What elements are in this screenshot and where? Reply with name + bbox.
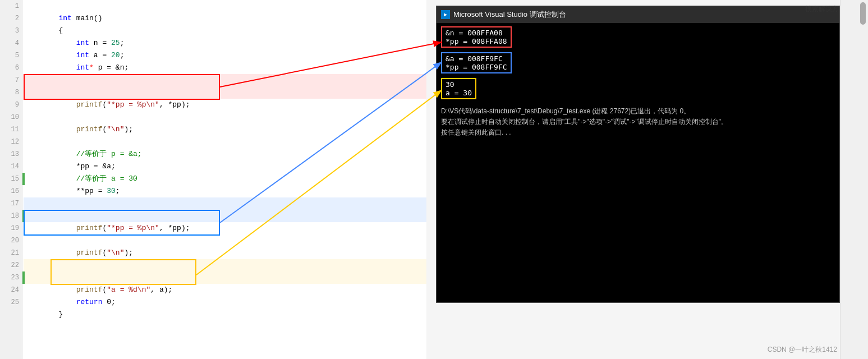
code-line-19: [24, 222, 426, 234]
code-line-2: {: [24, 12, 426, 25]
line-numbers: 1 2 3 4 5 6 7 8 9 10 11 12 13 14 15 16 1…: [0, 0, 22, 359]
code-line-13: *pp = &a;: [24, 148, 426, 160]
code-line-22: printf("%d\n", **pp);: [24, 259, 426, 271]
debug-blue-line2: *pp = 008FF9FC: [446, 63, 507, 71]
debug-yellow-line2: a = 30: [446, 89, 472, 97]
code-line-18: printf("*pp = %p\n", *pp);: [24, 210, 426, 222]
code-line-6: int** pp = &p;: [24, 62, 426, 74]
green-marker-1: [22, 173, 25, 185]
code-line-17: printf("&a = %p\n", &a);: [24, 197, 426, 210]
code-line-12: //等价于 p = &a;: [24, 136, 426, 148]
code-line-4: int a = 20;: [24, 37, 426, 49]
code-line-1: int main(): [24, 0, 426, 12]
code-line-24: return 0;: [24, 284, 426, 296]
code-line-20: printf("\n");: [24, 234, 426, 247]
code-line-3: int n = 25;: [24, 25, 426, 37]
debug-blue-line1: &a = 008FF9FC: [446, 54, 507, 63]
watermark: CSDN @一叶之秋1412: [768, 345, 837, 355]
green-marker-2: [22, 210, 25, 222]
code-line-5: int* p = &n;: [24, 49, 426, 62]
debug-output-blue: &a = 008FF9FC *pp = 008FF9FC: [441, 52, 512, 73]
code-line-16: [24, 185, 426, 197]
code-lines: int main() { int n = 25; int a = 20; int…: [24, 0, 426, 309]
debug-output-red: &n = 008FFA08 *pp = 008FFA08: [441, 26, 512, 48]
code-area: 1 2 3 4 5 6 7 8 9 10 11 12 13 14 15 16 1…: [0, 0, 426, 359]
code-panel: 1 2 3 4 5 6 7 8 9 10 11 12 13 14 15 16 1…: [0, 0, 426, 359]
debug-info-line1: D:\VS代码\data-structure\7_test\Debug\7_te…: [441, 106, 835, 117]
debug-content: &n = 008FFA08 *pp = 008FFA08 &a = 008FF9…: [437, 23, 839, 302]
vs-icon: ▶: [441, 10, 450, 19]
code-line-11: [24, 123, 426, 136]
green-marker-3: [22, 271, 25, 284]
debug-panel: ▶ Microsoft Visual Studio 调试控制台 &n = 008…: [436, 6, 840, 303]
debug-red-line1: &n = 008FFA08: [446, 29, 507, 37]
right-sidebar: [840, 0, 868, 359]
code-line-14: //等价于 a = 30: [24, 160, 426, 173]
search-text: 搜索解决方: [805, 4, 839, 14]
code-line-9: [24, 99, 426, 111]
scrollbar-thumb[interactable]: [860, 2, 866, 25]
code-line-8: printf("*pp = %p\n", *pp);: [24, 86, 426, 99]
debug-title: Microsoft Visual Studio 调试控制台: [453, 10, 566, 20]
debug-output-yellow: 30 a = 30: [441, 78, 476, 99]
code-line-15: **pp = 30;: [24, 173, 426, 185]
code-line-10: printf("\n");: [24, 111, 426, 123]
debug-info-line2: 要在调试停止时自动关闭控制台，请启用"工具"->"选项"->"调试"->"调试停…: [441, 117, 835, 127]
debug-info-line3: 按任意键关闭此窗口. . .: [441, 127, 835, 138]
debug-titlebar: ▶ Microsoft Visual Studio 调试控制台: [437, 6, 839, 23]
code-line-23: printf("a = %d\n", a);: [24, 271, 426, 284]
code-line-7: printf("&n = %p\n", &n);: [24, 74, 426, 86]
debug-yellow-line1: 30: [446, 80, 472, 89]
code-line-21: [24, 247, 426, 259]
debug-info: D:\VS代码\data-structure\7_test\Debug\7_te…: [441, 106, 835, 139]
debug-red-line2: *pp = 008FFA08: [446, 37, 507, 45]
code-line-25: }: [24, 296, 426, 309]
